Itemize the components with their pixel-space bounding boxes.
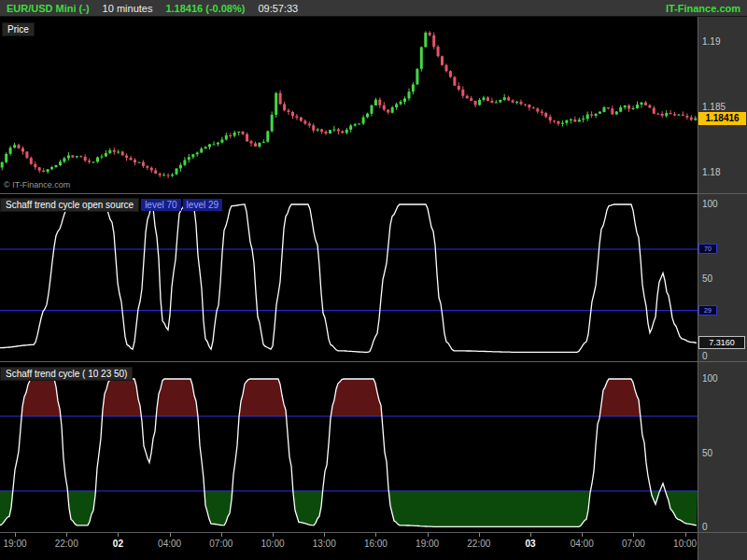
time-label: 19:00: [416, 539, 439, 549]
time-label: 10:00: [261, 539, 284, 549]
price-chart[interactable]: [0, 17, 698, 193]
price-axis-tick: 1.18: [702, 167, 720, 177]
time-axis[interactable]: 19:0022:000204:0007:0010:0013:0016:0019:…: [0, 533, 698, 560]
up-candle-bodies: [1, 33, 698, 175]
price-axis-tick: 1.185: [702, 102, 726, 112]
panel-divider: [0, 361, 747, 362]
time-label: 22:00: [55, 539, 78, 549]
time-label: 13:00: [313, 539, 336, 549]
timeframe-label: 10 minutes: [103, 3, 153, 14]
stc-axis-tick: 0: [702, 522, 708, 532]
time-tick: [170, 533, 171, 537]
time-label: 07:00: [209, 539, 233, 549]
time-tick: [273, 533, 274, 537]
stc-open-source-chart[interactable]: [0, 194, 698, 361]
level-29-tag: 29: [698, 305, 717, 315]
level-70-label: level 70: [141, 199, 180, 211]
date-label: 03: [525, 539, 535, 549]
down-candle-bodies: [18, 33, 693, 175]
time-tick: [479, 533, 480, 537]
watermark: © IT-Finance.com: [4, 180, 70, 189]
stc-title: Schaff trend cycle ( 10 23 50): [0, 367, 133, 381]
instrument-label: EUR/USD Mini (-): [7, 3, 90, 14]
time-tick: [15, 533, 16, 537]
level-29-label: level 29: [183, 199, 222, 211]
trading-chart-window: EUR/USD Mini (-) 10 minutes 1.18416 (-0.…: [0, 0, 747, 560]
stc-axis-tick: 50: [702, 448, 712, 458]
time-tick: [66, 533, 67, 537]
down-candle-wicks: [19, 31, 691, 178]
stc-chart[interactable]: [0, 362, 698, 532]
time-tick: [685, 533, 686, 537]
time-tick: [118, 533, 119, 537]
right-axis-column[interactable]: [698, 17, 747, 560]
level-70-tag: 70: [698, 244, 717, 254]
date-label: 02: [113, 539, 123, 549]
time-label: 07:00: [622, 539, 645, 549]
time-tick: [530, 533, 531, 537]
time-label: 04:00: [571, 539, 594, 549]
stc-open-axis-tick: 50: [702, 273, 712, 284]
time-label: 16:00: [364, 539, 388, 549]
time-label: 22:00: [467, 539, 490, 549]
header-bar: EUR/USD Mini (-) 10 minutes 1.18416 (-0.…: [0, 0, 747, 17]
clock-label: 09:57:33: [258, 3, 298, 14]
time-label: 04:00: [158, 539, 181, 549]
price-axis-tick: 1.19: [702, 36, 720, 47]
stc-open-axis-tick: 0: [702, 351, 708, 361]
oversold-fill: [0, 491, 698, 526]
panel-divider: [0, 193, 747, 194]
time-label: 19:00: [3, 539, 26, 549]
time-tick: [582, 533, 583, 537]
indicator-curve: [0, 204, 697, 352]
stc-open-axis-tick: 100: [702, 199, 718, 209]
time-tick: [324, 533, 325, 537]
last-price-tag: 1.18416: [698, 112, 746, 125]
quote-label: 1.18416 (-0.08%): [165, 3, 245, 14]
brand-label: IT-Finance.com: [666, 3, 740, 14]
time-tick: [375, 533, 376, 537]
time-tick: [428, 533, 429, 537]
price-panel-label: Price: [2, 22, 35, 36]
stc-axis-tick: 100: [702, 373, 718, 384]
time-tick: [633, 533, 634, 537]
stc-open-title: Schaff trend cycle open source: [0, 198, 139, 212]
stc-open-value-tag: 7.3160: [698, 336, 745, 349]
time-tick: [221, 533, 222, 537]
time-label: 10:00: [673, 539, 697, 549]
